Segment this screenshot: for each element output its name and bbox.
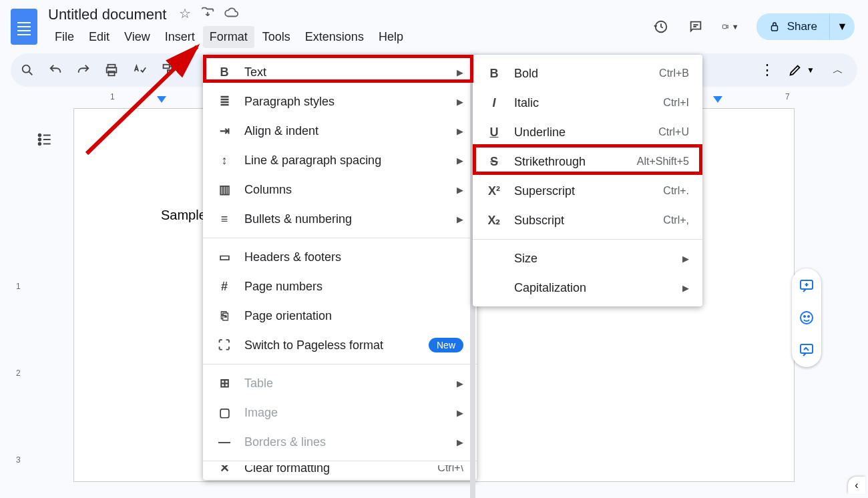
submenu-arrow-icon: ▶ bbox=[457, 379, 463, 389]
format-menu-item-page-numbers[interactable]: #Page numbers bbox=[203, 272, 477, 301]
toolbar-more-icon[interactable]: ⋮ bbox=[760, 61, 775, 79]
redo-icon[interactable] bbox=[76, 63, 91, 77]
text-icon: B bbox=[216, 64, 232, 80]
svg-point-2 bbox=[23, 65, 30, 73]
menu-help[interactable]: Help bbox=[372, 26, 410, 48]
document-body-text[interactable]: Sample bbox=[161, 208, 206, 223]
editing-mode-button[interactable]: ▼ bbox=[788, 63, 815, 77]
format-menu-item-clear-formatting[interactable]: ✕Clear formattingCtrl+\ bbox=[203, 465, 477, 477]
keyboard-shortcut: Ctrl+\ bbox=[437, 465, 463, 474]
menu-item-label: Headers & footers bbox=[244, 250, 341, 264]
keyboard-shortcut: Ctrl+, bbox=[663, 214, 689, 226]
keyboard-shortcut: Alt+Shift+5 bbox=[637, 156, 689, 168]
spellcheck-icon[interactable] bbox=[132, 63, 147, 77]
capitalization-icon bbox=[486, 280, 502, 296]
menu-item-label: Capitalization bbox=[514, 281, 586, 295]
format-menu-item-align-indent[interactable]: ⇥Align & indent▶ bbox=[203, 116, 477, 146]
menu-item-label: Line & paragraph spacing bbox=[244, 154, 381, 168]
align-indent-icon: ⇥ bbox=[216, 123, 232, 139]
cloud-status-icon[interactable] bbox=[224, 5, 239, 23]
menu-item-label: Clear formatting bbox=[244, 465, 330, 475]
star-icon[interactable]: ☆ bbox=[179, 5, 191, 23]
headers-footers-icon: ▭ bbox=[216, 249, 232, 265]
format-menu-item-line-paragraph-spacing[interactable]: ↕Line & paragraph spacing▶ bbox=[203, 146, 477, 175]
vertical-ruler[interactable]: 123 bbox=[11, 108, 29, 489]
format-menu-item-columns[interactable]: ▥Columns▶ bbox=[203, 175, 477, 204]
text-submenu-item-subscript[interactable]: X₂SubscriptCtrl+, bbox=[473, 206, 702, 235]
header-right-actions: ▼ Share ▼ bbox=[652, 13, 855, 40]
paragraph-styles-icon: ≣ bbox=[216, 93, 232, 109]
page-orientation-icon: ⎘ bbox=[216, 308, 232, 324]
menu-item-label: Columns bbox=[244, 183, 292, 197]
indent-marker-icon[interactable] bbox=[157, 96, 166, 103]
borders-lines-icon: — bbox=[216, 434, 232, 450]
menu-separator bbox=[203, 364, 477, 364]
submenu-arrow-icon: ▶ bbox=[457, 437, 463, 447]
keyboard-shortcut: Ctrl+. bbox=[663, 185, 689, 197]
share-dropdown-caret-icon[interactable]: ▼ bbox=[829, 13, 855, 40]
bullets-numbering-icon: ≡ bbox=[216, 211, 232, 227]
show-outline-icon[interactable] bbox=[33, 128, 56, 151]
text-submenu-item-underline[interactable]: UUnderlineCtrl+U bbox=[473, 117, 702, 147]
svg-rect-6 bbox=[164, 65, 170, 69]
text-submenu-item-size[interactable]: Size▶ bbox=[473, 244, 702, 273]
text-submenu-item-bold[interactable]: BBoldCtrl+B bbox=[473, 59, 702, 88]
format-menu-item-bullets-numbering[interactable]: ≡Bullets & numbering▶ bbox=[203, 204, 477, 234]
format-menu-item-headers-footers[interactable]: ▭Headers & footers bbox=[203, 242, 477, 272]
undo-icon[interactable] bbox=[48, 63, 63, 77]
history-icon[interactable] bbox=[652, 18, 670, 35]
keyboard-shortcut: Ctrl+B bbox=[659, 67, 689, 79]
title-area: Untitled document ☆ FileEditViewInsertFo… bbox=[48, 5, 652, 48]
add-comment-icon[interactable] bbox=[797, 276, 816, 295]
text-submenu-item-capitalization[interactable]: Capitalization▶ bbox=[473, 273, 702, 302]
menu-edit[interactable]: Edit bbox=[82, 26, 116, 48]
menu-separator bbox=[203, 461, 477, 461]
menu-file[interactable]: File bbox=[48, 26, 81, 48]
ruler-number: 7 bbox=[785, 92, 790, 101]
print-icon[interactable] bbox=[104, 63, 119, 77]
add-emoji-icon[interactable] bbox=[797, 308, 816, 327]
text-submenu-item-strikethrough[interactable]: SStrikethroughAlt+Shift+5 bbox=[473, 147, 702, 176]
document-title[interactable]: Untitled document bbox=[48, 6, 166, 23]
floating-comment-toolbar bbox=[792, 268, 821, 367]
menu-format[interactable]: Format bbox=[203, 26, 254, 48]
paint-format-icon[interactable] bbox=[160, 63, 175, 77]
menu-item-label: Paragraph styles bbox=[244, 95, 335, 109]
menu-view[interactable]: View bbox=[118, 26, 157, 48]
menu-extensions[interactable]: Extensions bbox=[298, 26, 371, 48]
menu-insert[interactable]: Insert bbox=[158, 26, 202, 48]
image-icon: ▢ bbox=[216, 405, 232, 421]
share-button[interactable]: Share bbox=[756, 13, 829, 40]
ruler-number: 3 bbox=[16, 455, 21, 465]
format-menu-item-paragraph-styles[interactable]: ≣Paragraph styles▶ bbox=[203, 87, 477, 116]
text-submenu-item-italic[interactable]: IItalicCtrl+I bbox=[473, 88, 702, 117]
text-submenu-item-superscript[interactable]: X²SuperscriptCtrl+. bbox=[473, 176, 702, 206]
docs-logo-icon[interactable] bbox=[11, 9, 37, 45]
menu-tools[interactable]: Tools bbox=[256, 26, 297, 48]
strikethrough-icon: S bbox=[486, 154, 502, 170]
menu-item-label: Underline bbox=[514, 126, 566, 140]
search-icon[interactable] bbox=[20, 63, 35, 77]
explore-icon[interactable]: ‹ bbox=[848, 477, 865, 494]
submenu-arrow-icon: ▶ bbox=[457, 408, 463, 418]
comments-icon[interactable] bbox=[687, 18, 704, 35]
meet-icon[interactable]: ▼ bbox=[722, 18, 739, 35]
menu-item-label: Text bbox=[244, 65, 266, 79]
format-menu-item-text[interactable]: BText▶ bbox=[203, 57, 477, 87]
suggest-edits-icon[interactable] bbox=[797, 340, 816, 359]
menu-item-label: Switch to Pageless format bbox=[244, 338, 383, 352]
line-paragraph-spacing-icon: ↕ bbox=[216, 152, 232, 168]
submenu-arrow-icon: ▶ bbox=[457, 67, 463, 77]
format-menu-item-page-orientation[interactable]: ⎘Page orientation bbox=[203, 301, 477, 330]
underline-icon: U bbox=[486, 124, 502, 140]
move-to-folder-icon[interactable] bbox=[200, 5, 215, 23]
format-menu-item-switch-to-pageless-format[interactable]: ⛶Switch to Pageless formatNew bbox=[203, 330, 477, 360]
menu-item-label: Page orientation bbox=[244, 309, 332, 323]
ruler-number: 1 bbox=[110, 92, 115, 101]
submenu-arrow-icon: ▶ bbox=[682, 283, 689, 293]
menu-item-label: Italic bbox=[514, 96, 539, 110]
indent-marker-icon[interactable] bbox=[713, 96, 722, 103]
svg-point-9 bbox=[39, 143, 41, 145]
size-icon bbox=[486, 250, 502, 266]
collapse-toolbar-icon[interactable]: ︿ bbox=[828, 60, 848, 80]
